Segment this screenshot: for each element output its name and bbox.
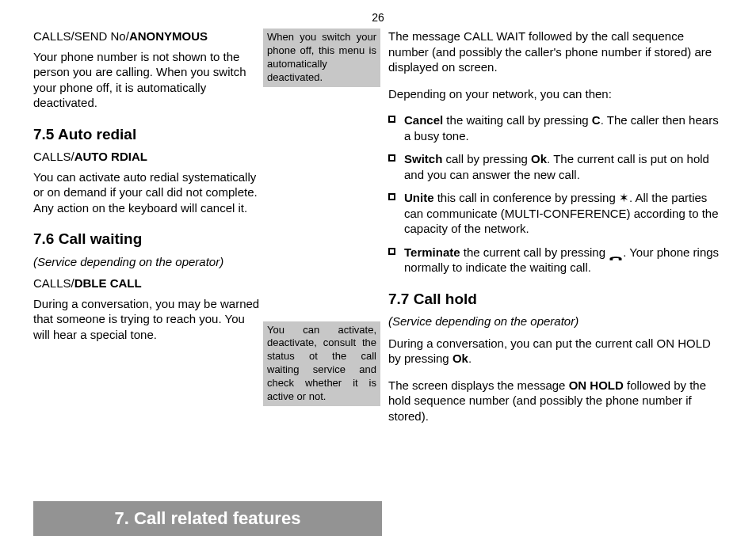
term-t1: the current call by pressing [460, 245, 609, 259]
cancel-t1: the waiting call by pressing [443, 113, 592, 127]
unite-bold: Unite [404, 191, 434, 204]
auto-path-bold: AUTO RDIAL [74, 150, 147, 163]
mid-column: When you switch your phone off, this men… [263, 29, 380, 406]
wait-path-pre: CALLS/ [33, 276, 74, 290]
sidebox-switch-off: When you switch your phone off, this men… [263, 29, 380, 87]
anon-path-pre: CALLS/SEND No/ [33, 29, 129, 43]
phone-icon [609, 249, 623, 257]
chapter-banner: 7. Call related features [33, 501, 382, 536]
hold-p1b: . [468, 352, 472, 365]
option-terminate: Terminate the current call by pressing .… [388, 245, 724, 276]
hold-p1-key: Ok [452, 352, 468, 365]
heading-call-hold: 7.7 Call hold [388, 290, 724, 310]
hold-p1a: During a conversation, you can put the c… [388, 336, 711, 366]
callwait-depend: Depending on your network, you can then: [388, 86, 724, 102]
cancel-bold: Cancel [404, 113, 443, 127]
hold-p2a: The screen displays the message [388, 378, 569, 392]
callwait-options: Cancel the waiting call by pressing C. T… [388, 112, 724, 276]
auto-menu-path: CALLS/AUTO RDIAL [33, 149, 263, 165]
anon-body: Your phone number is not shown to the pe… [33, 49, 263, 111]
anon-path-bold: ANONYMOUS [129, 29, 208, 43]
hold-p2: The screen displays the message ON HOLD … [388, 378, 724, 424]
sidebox-activate: You can activate, deactivate, consult th… [263, 321, 380, 406]
wait-menu-path: CALLS/DBLE CALL [33, 276, 263, 291]
heading-auto-redial: 7.5 Auto redial [33, 125, 263, 145]
left-column: CALLS/SEND No/ANONYMOUS Your phone numbe… [33, 29, 263, 353]
heading-call-waiting: 7.6 Call waiting [33, 230, 263, 249]
auto-body: You can activate auto redial systematica… [33, 169, 263, 216]
switch-bold: Switch [404, 152, 442, 165]
option-switch: Switch call by pressing Ok. The current … [388, 151, 724, 182]
auto-path-pre: CALLS/ [33, 150, 74, 163]
wait-service-note: (Service depending on the operator) [33, 254, 263, 270]
option-cancel: Cancel the waiting call by pressing C. T… [388, 112, 724, 143]
cancel-key: C [592, 113, 601, 127]
page-number: 26 [372, 11, 384, 24]
switch-t1: call by pressing [442, 152, 531, 165]
option-unite: Unite this call in conference by pressin… [388, 190, 724, 237]
switch-key: Ok [531, 152, 547, 165]
wait-body: During a conversation, you may be warned… [33, 296, 263, 343]
callwait-intro: The message CALL WAIT followed by the ca… [388, 29, 724, 75]
wait-path-bold: DBLE CALL [74, 276, 142, 290]
hold-p2-key: ON HOLD [569, 378, 624, 392]
anon-menu-path: CALLS/SEND No/ANONYMOUS [33, 29, 263, 44]
term-bold: Terminate [404, 245, 460, 259]
hold-service-note: (Service depending on the operator) [388, 314, 724, 329]
unite-t1: this call in conference by pressing [434, 191, 619, 204]
hold-p1: During a conversation, you can put the c… [388, 336, 724, 367]
right-column: The message CALL WAIT followed by the ca… [388, 29, 724, 435]
star-icon: ✶ [619, 191, 629, 204]
